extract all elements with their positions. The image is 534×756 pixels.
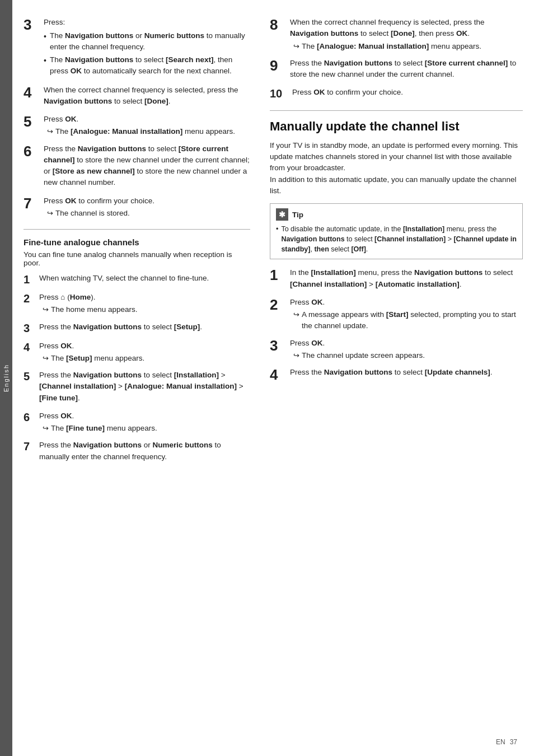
fine-step-4-num: 4 <box>24 340 39 354</box>
fine-step-5-num: 5 <box>24 370 39 383</box>
divider-right <box>270 110 523 111</box>
sec-step-3: 3 Press OK. ↪ The channel update screen … <box>270 338 523 362</box>
sec-step-4-num: 4 <box>270 367 290 383</box>
step-7-result: ↪ The channel is stored. <box>47 208 250 219</box>
fine-step-7-num: 7 <box>24 440 39 453</box>
footer: EN 37 <box>496 738 517 746</box>
side-tab: English <box>0 0 12 756</box>
divider-1 <box>24 229 250 230</box>
fine-tune-section: Fine-tune analogue channels You can fine… <box>24 237 250 464</box>
sec-step-3-num: 3 <box>270 338 290 354</box>
step-6-num: 6 <box>24 143 44 160</box>
fine-step-3: 3 Press the Navigation buttons to select… <box>24 321 250 335</box>
step-4-num: 4 <box>24 85 44 101</box>
step-3-bullet-1: • The Navigation buttons or Numeric butt… <box>44 30 250 52</box>
step-3-bullet-2: • The Navigation buttons to select [Sear… <box>44 54 250 76</box>
footer-label: EN <box>496 738 505 746</box>
sec-step-2-result: ↪ A message appears with [Start] selecte… <box>293 309 523 332</box>
step-6-content: Press the Navigation buttons to select [… <box>44 143 250 190</box>
fine-step-4-result: ↪ The [Setup] menu appears. <box>43 353 250 364</box>
fine-step-5: 5 Press the Navigation buttons to select… <box>24 370 250 405</box>
fine-step-7: 7 Press the Navigation buttons or Numeri… <box>24 440 250 464</box>
right-step-8: 8 When the correct channel frequency is … <box>270 17 523 52</box>
step-4-content: When the correct channel frequency is se… <box>44 85 250 109</box>
step-7-block: 7 Press OK to confirm your choice. ↪ The… <box>24 195 250 220</box>
fine-step-3-num: 3 <box>24 321 39 335</box>
section-intro: If your TV is in standby mode, an update… <box>270 140 523 197</box>
main-content: 3 Press: • The Navigation buttons or Num… <box>12 0 534 756</box>
step-3-intro: Press: <box>44 17 250 28</box>
fine-step-6: 6 Press OK. ↪ The [Fine tune] menu appea… <box>24 410 250 435</box>
tip-header: ✱ Tip <box>276 208 517 221</box>
step-5-num: 5 <box>24 114 44 130</box>
tip-icon: ✱ <box>276 208 288 221</box>
right-step-8-result: ↪ The [Analogue: Manual installation] me… <box>293 41 523 52</box>
sec-step-2: 2 Press OK. ↪ A message appears with [St… <box>270 297 523 332</box>
step-5-content: Press OK. ↪ The [Analogue: Manual instal… <box>44 114 250 138</box>
fine-step-2: 2 Press ⌂ (Home). ↪ The home menu appear… <box>24 292 250 316</box>
fine-tune-intro: You can fine tune analog channels manual… <box>24 250 250 267</box>
footer-page: 37 <box>510 738 517 746</box>
right-step-9-num: 9 <box>270 58 290 74</box>
fine-step-6-result: ↪ The [Fine tune] menu appears. <box>43 423 250 434</box>
section-title: Manually update the channel list <box>270 119 523 134</box>
tip-content: • To disable the automatic update, in th… <box>276 224 517 254</box>
fine-step-2-num: 2 <box>24 292 39 305</box>
step-7-content: Press OK to confirm your choice. ↪ The c… <box>44 195 250 220</box>
right-step-9: 9 Press the Navigation buttons to select… <box>270 58 523 82</box>
tip-label: Tip <box>292 211 303 219</box>
fine-step-2-result: ↪ The home menu appears. <box>43 304 250 315</box>
fine-step-1: 1 When watching TV, select the channel t… <box>24 273 250 286</box>
right-step-10-num: 10 <box>270 87 292 100</box>
step-7-num: 7 <box>24 195 44 212</box>
fine-step-6-num: 6 <box>24 410 39 424</box>
sec-step-1: 1 In the [Installation] menu, press the … <box>270 267 523 291</box>
step-4-block: 4 When the correct channel frequency is … <box>24 85 250 109</box>
right-step-8-num: 8 <box>270 17 290 33</box>
step-3-num: 3 <box>24 17 44 33</box>
right-column: 8 When the correct channel frequency is … <box>264 17 523 739</box>
left-column: 3 Press: • The Navigation buttons or Num… <box>24 17 264 739</box>
page-container: English 3 Press: • The Navigation button… <box>0 0 534 756</box>
side-tab-label: English <box>3 364 10 392</box>
sec-step-1-num: 1 <box>270 267 290 283</box>
sec-step-3-result: ↪ The channel update screen appears. <box>293 350 523 361</box>
sec-step-2-num: 2 <box>270 297 290 313</box>
tip-box: ✱ Tip • To disable the automatic update,… <box>270 203 523 259</box>
right-step-10: 10 Press OK to confirm your choice. <box>270 87 523 100</box>
fine-step-1-num: 1 <box>24 273 39 286</box>
fine-tune-title: Fine-tune analogue channels <box>24 237 250 247</box>
step-5-result: ↪ The [Analogue: Manual installation] me… <box>47 126 250 137</box>
step-3-block: 3 Press: • The Navigation buttons or Num… <box>24 17 250 79</box>
step-3-bullets: • The Navigation buttons or Numeric butt… <box>44 30 250 76</box>
sec-step-4: 4 Press the Navigation buttons to select… <box>270 367 523 383</box>
step-5-block: 5 Press OK. ↪ The [Analogue: Manual inst… <box>24 114 250 138</box>
step-3-content: Press: • The Navigation buttons or Numer… <box>44 17 250 79</box>
fine-step-4: 4 Press OK. ↪ The [Setup] menu appears. <box>24 340 250 365</box>
step-6-block: 6 Press the Navigation buttons to select… <box>24 143 250 190</box>
